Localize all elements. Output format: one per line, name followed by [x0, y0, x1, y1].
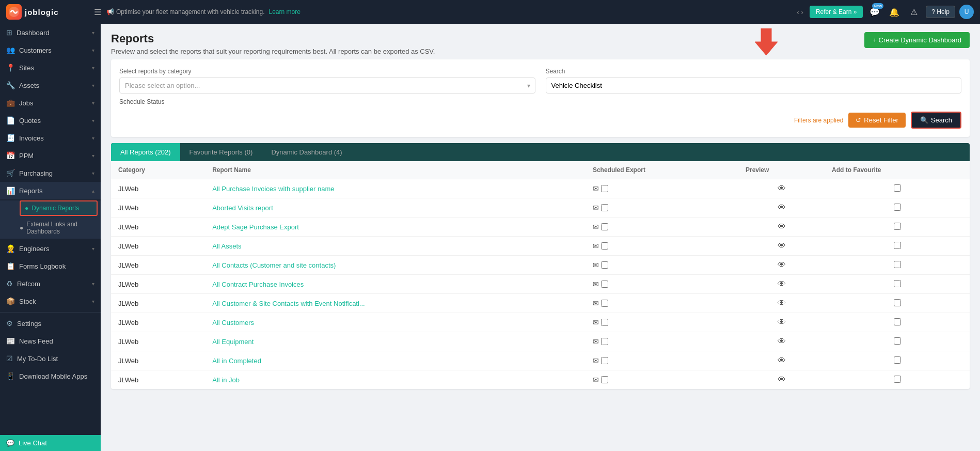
cell-report-name[interactable]: All Equipment [205, 332, 586, 351]
scheduled-export-checkbox[interactable] [601, 261, 608, 269]
eye-icon[interactable]: 👁 [778, 356, 786, 365]
sidebar-item-assets[interactable]: 🔧Assets ▾ [0, 76, 101, 94]
scheduled-export-checkbox[interactable] [601, 185, 608, 192]
avatar[interactable]: U [959, 5, 974, 19]
sidebar-item-customers[interactable]: 👥Customers ▾ [0, 41, 101, 59]
sidebar-item-dashboard[interactable]: ⊞Dashboard ▾ [0, 24, 101, 41]
cell-add-favourite[interactable] [825, 256, 970, 275]
eye-icon[interactable]: 👁 [778, 375, 786, 384]
logo[interactable]: joblogic [6, 4, 89, 20]
eye-icon[interactable]: 👁 [778, 318, 786, 326]
report-link[interactable]: All Purchase Invoices with supplier name [212, 185, 334, 193]
cell-report-name[interactable]: All Contacts (Customer and site contacts… [205, 256, 586, 275]
scheduled-export-checkbox[interactable] [601, 338, 608, 345]
eye-icon[interactable]: 👁 [778, 184, 786, 193]
eye-icon[interactable]: 👁 [778, 222, 786, 231]
cell-add-favourite[interactable] [825, 313, 970, 332]
scheduled-export-checkbox[interactable] [601, 281, 608, 288]
favourite-checkbox[interactable] [894, 376, 901, 383]
cell-report-name[interactable]: All Purchase Invoices with supplier name [205, 179, 586, 198]
sidebar-item-purchasing[interactable]: 🛒Purchasing ▾ [0, 164, 101, 182]
eye-icon[interactable]: 👁 [778, 260, 786, 269]
cell-report-name[interactable]: Adept Sage Purchase Export [205, 217, 586, 237]
notifications-button[interactable]: 🔔 [887, 4, 902, 20]
sidebar-item-download-apps[interactable]: 📱Download Mobile Apps [0, 367, 101, 385]
sidebar-item-dynamic-reports[interactable]: ● Dynamic Reports [20, 200, 98, 216]
sidebar-item-engineers[interactable]: 👷Engineers ▾ [0, 240, 101, 257]
eye-icon[interactable]: 👁 [778, 203, 786, 212]
cell-preview[interactable]: 👁 [738, 237, 825, 256]
sidebar-item-external-links[interactable]: ● External Links and Dashboards [20, 217, 98, 239]
sidebar-item-jobs[interactable]: 💼Jobs ▾ [0, 94, 101, 112]
report-link[interactable]: All Customers [212, 319, 254, 326]
scheduled-export-checkbox[interactable] [601, 357, 608, 364]
live-chat-bar[interactable]: 💬 Live Chat [0, 435, 101, 451]
scheduled-export-checkbox[interactable] [601, 204, 608, 211]
sidebar-item-sites[interactable]: 📍Sites ▾ [0, 59, 101, 76]
cell-add-favourite[interactable] [825, 351, 970, 370]
favourite-checkbox[interactable] [894, 223, 901, 230]
eye-icon[interactable]: 👁 [778, 241, 786, 250]
messages-button[interactable]: 💬 New [867, 4, 882, 20]
report-link[interactable]: All Contacts (Customer and site contacts… [212, 261, 336, 269]
cell-preview[interactable]: 👁 [738, 351, 825, 370]
cell-preview[interactable]: 👁 [738, 198, 825, 217]
cell-add-favourite[interactable] [825, 294, 970, 313]
favourite-checkbox[interactable] [894, 261, 901, 268]
help-button[interactable]: ? Help [926, 6, 955, 18]
nav-next[interactable]: › [801, 8, 803, 16]
cell-add-favourite[interactable] [825, 179, 970, 198]
cell-preview[interactable]: 👁 [738, 217, 825, 237]
reset-filter-button[interactable]: ↺ Reset Filter [848, 113, 905, 128]
favourite-checkbox[interactable] [894, 184, 901, 192]
cell-preview[interactable]: 👁 [738, 256, 825, 275]
sidebar-item-ppm[interactable]: 📅PPM ▾ [0, 147, 101, 164]
scheduled-export-checkbox[interactable] [601, 376, 608, 383]
cell-preview[interactable]: 👁 [738, 313, 825, 332]
cell-add-favourite[interactable] [825, 275, 970, 294]
cell-preview[interactable]: 👁 [738, 294, 825, 313]
report-link[interactable]: All Customer & Site Contacts with Event … [212, 300, 365, 307]
report-link[interactable]: Adept Sage Purchase Export [212, 223, 299, 231]
favourite-checkbox[interactable] [894, 242, 901, 249]
cell-report-name[interactable]: All Contract Purchase Invoices [205, 275, 586, 294]
sidebar-item-reports[interactable]: 📊Reports ▴ [0, 182, 101, 199]
cell-add-favourite[interactable] [825, 370, 970, 390]
category-select[interactable]: Please select an option... [119, 77, 535, 94]
cell-report-name[interactable]: All Customers [205, 313, 586, 332]
cell-preview[interactable]: 👁 [738, 179, 825, 198]
favourite-checkbox[interactable] [894, 337, 901, 345]
cell-preview[interactable]: 👁 [738, 370, 825, 390]
cell-add-favourite[interactable] [825, 217, 970, 237]
report-link[interactable]: All Equipment [212, 338, 254, 346]
favourite-checkbox[interactable] [894, 280, 901, 287]
favourite-checkbox[interactable] [894, 356, 901, 364]
eye-icon[interactable]: 👁 [778, 299, 786, 307]
favourite-checkbox[interactable] [894, 204, 901, 211]
tab-dynamic-dashboard[interactable]: Dynamic Dashboard (4) [262, 143, 351, 161]
alerts-button[interactable]: ⚠ [906, 4, 922, 20]
scheduled-export-checkbox[interactable] [601, 300, 608, 307]
report-link[interactable]: All Assets [212, 242, 241, 250]
report-link[interactable]: All in Completed [212, 357, 261, 365]
scheduled-export-checkbox[interactable] [601, 319, 608, 326]
tab-all-reports[interactable]: All Reports (202) [111, 143, 180, 161]
favourite-checkbox[interactable] [894, 299, 901, 306]
nav-prev[interactable]: ‹ [797, 8, 799, 16]
cell-add-favourite[interactable] [825, 332, 970, 351]
create-dashboard-button[interactable]: + Create Dynamic Dashboard [864, 32, 970, 48]
eye-icon[interactable]: 👁 [778, 337, 786, 346]
refer-earn-button[interactable]: Refer & Earn » [810, 6, 863, 18]
banner-link[interactable]: Learn more [268, 8, 300, 15]
sidebar-item-stock[interactable]: 📦Stock ▾ [0, 292, 101, 310]
cell-add-favourite[interactable] [825, 237, 970, 256]
tab-favourite-reports[interactable]: Favourite Reports (0) [180, 143, 262, 161]
report-link[interactable]: All in Job [212, 376, 240, 384]
scheduled-export-checkbox[interactable] [601, 223, 608, 230]
report-link[interactable]: All Contract Purchase Invoices [212, 281, 304, 288]
sidebar-item-todo[interactable]: ☑My To-Do List [0, 350, 101, 367]
cell-report-name[interactable]: All Assets [205, 237, 586, 256]
eye-icon[interactable]: 👁 [778, 279, 786, 288]
sidebar-item-quotes[interactable]: 📄Quotes ▾ [0, 112, 101, 129]
report-link[interactable]: Aborted Visits report [212, 204, 273, 212]
